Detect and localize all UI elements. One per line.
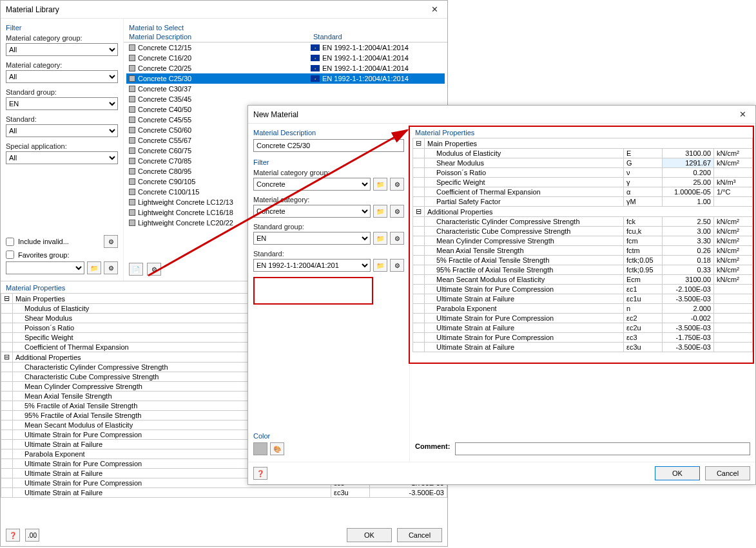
prop-val[interactable]: 2.50 bbox=[663, 217, 714, 227]
prop-name: Characteristic Cube Compressive Strength bbox=[425, 227, 624, 236]
concrete-icon bbox=[129, 199, 135, 205]
eu-flag-icon bbox=[311, 55, 320, 61]
prop-val[interactable]: 0.18 bbox=[663, 256, 714, 265]
close-icon[interactable]: ✕ bbox=[427, 5, 442, 14]
prop-val[interactable]: 0.26 bbox=[663, 246, 714, 256]
prop-val[interactable]: 1.0000E-05 bbox=[663, 187, 714, 197]
nm-color-swatch[interactable] bbox=[253, 442, 267, 455]
new-material-titlebar: New Material ✕ bbox=[248, 106, 755, 124]
material-std: EN 1992-1-1:2004/A1:2014 bbox=[322, 64, 442, 72]
special-select[interactable]: All bbox=[6, 151, 118, 164]
prop-unit: kN/cm² bbox=[714, 217, 753, 227]
prop-val[interactable]: 0.200 bbox=[663, 168, 714, 178]
nm-mc-new-icon[interactable]: 📁 bbox=[373, 205, 387, 218]
nm-sg-edit-icon[interactable]: ⚙ bbox=[390, 232, 404, 245]
new-material-window: New Material ✕ Material Description Filt… bbox=[247, 105, 756, 485]
prop-val[interactable]: 3100.00 bbox=[663, 149, 714, 158]
close-icon[interactable]: ✕ bbox=[735, 109, 750, 119]
nm-props-table[interactable]: ⊟Main Properties Modulus of Elasticity E… bbox=[412, 138, 753, 352]
prop-unit: kN/cm² bbox=[714, 265, 753, 275]
prop-val[interactable]: 3.00 bbox=[663, 227, 714, 236]
nm-mcg-label: Material category group: bbox=[248, 167, 409, 176]
nm-ok-button[interactable]: OK bbox=[655, 466, 700, 480]
material-name: Concrete C12/15 bbox=[138, 44, 311, 52]
prop-sym: fctk;0.05 bbox=[624, 256, 663, 265]
include-invalid-check[interactable] bbox=[6, 238, 14, 246]
mcg-select[interactable]: All bbox=[6, 43, 118, 56]
prop-val[interactable]: 3100.00 bbox=[663, 275, 714, 285]
mts-header: Material to Select bbox=[124, 21, 447, 33]
nm-mc-edit-icon[interactable]: ⚙ bbox=[390, 205, 404, 218]
material-row[interactable]: Concrete C12/15 EN 1992-1-1:2004/A1:2014 bbox=[126, 43, 445, 53]
nm-mc-select[interactable]: Concrete bbox=[253, 205, 371, 218]
material-row[interactable]: Concrete C16/20 EN 1992-1-1:2004/A1:2014 bbox=[126, 53, 445, 63]
prop-val[interactable]: -0.002 bbox=[663, 314, 714, 323]
favorites-settings-icon[interactable]: ⚙ bbox=[104, 261, 118, 274]
prop-name: Ultimate Strain for Pure Compression bbox=[425, 314, 624, 323]
prop-sym: fcm bbox=[624, 236, 663, 246]
prop-val[interactable]: 3.30 bbox=[663, 236, 714, 246]
sg-select[interactable]: EN bbox=[6, 97, 118, 110]
material-name: Concrete C20/25 bbox=[138, 64, 311, 72]
nm-sg-select[interactable]: EN bbox=[253, 232, 371, 245]
prop-val[interactable]: 2.000 bbox=[663, 304, 714, 314]
prop-group[interactable]: Additional Properties bbox=[425, 207, 753, 217]
prop-val[interactable]: 1.00 bbox=[663, 197, 714, 207]
nm-desc-input[interactable] bbox=[253, 139, 404, 152]
prop-val[interactable]: -2.100E-03 bbox=[663, 285, 714, 294]
filter-settings-icon[interactable]: ⚙ bbox=[104, 235, 118, 248]
mc-label: Material category: bbox=[1, 60, 123, 69]
material-row[interactable]: Concrete C25/30 EN 1992-1-1:2004/A1:2014 bbox=[126, 73, 445, 84]
prop-sym: G bbox=[624, 158, 663, 168]
prop-val[interactable]: -3.500E-03 bbox=[370, 488, 447, 498]
prop-val[interactable]: -1.750E-03 bbox=[663, 333, 714, 343]
nm-mcg-select[interactable]: Concrete bbox=[253, 178, 371, 191]
nm-help-icon[interactable]: ❓ bbox=[253, 467, 267, 480]
std-select[interactable]: All bbox=[6, 124, 118, 137]
prop-val[interactable]: -3.500E-03 bbox=[663, 323, 714, 333]
prop-name: Shear Modulus bbox=[425, 158, 624, 168]
nm-cancel-button[interactable]: Cancel bbox=[705, 466, 750, 480]
favorites-select[interactable] bbox=[6, 261, 84, 274]
help-icon[interactable]: ❓ bbox=[6, 529, 20, 542]
prop-sym: εc1 bbox=[624, 285, 663, 294]
prop-name: Mean Cylinder Compressive Strength bbox=[425, 236, 624, 246]
nm-std-edit-icon[interactable]: ⚙ bbox=[390, 259, 404, 272]
prop-name: Coefficient of Thermal Expansion bbox=[425, 187, 624, 197]
prop-val[interactable]: 1291.67 bbox=[663, 158, 714, 168]
prop-val[interactable]: -3.500E-03 bbox=[663, 343, 714, 352]
nm-mcg-edit-icon[interactable]: ⚙ bbox=[390, 178, 404, 191]
mc-select[interactable]: All bbox=[6, 70, 118, 83]
nm-mcg-new-icon[interactable]: 📁 bbox=[373, 178, 387, 191]
material-row[interactable]: Concrete C30/37 bbox=[126, 84, 445, 94]
prop-sym: Ecm bbox=[624, 275, 663, 285]
prop-val[interactable]: -3.500E-03 bbox=[663, 294, 714, 304]
nm-color-pick-icon[interactable]: 🎨 bbox=[270, 442, 284, 455]
new-material-icon[interactable]: 📄 bbox=[129, 263, 143, 276]
prop-sym: n bbox=[624, 304, 663, 314]
favorites-check[interactable] bbox=[6, 250, 14, 259]
nm-comment-input[interactable] bbox=[455, 442, 750, 455]
concrete-icon bbox=[129, 86, 135, 92]
material-row[interactable]: Concrete C20/25 EN 1992-1-1:2004/A1:2014 bbox=[126, 63, 445, 73]
material-row[interactable]: Concrete C35/45 bbox=[126, 94, 445, 104]
prop-group[interactable]: Main Properties bbox=[425, 138, 753, 149]
cancel-button[interactable]: Cancel bbox=[397, 528, 442, 542]
material-settings-icon[interactable]: ⚙ bbox=[147, 263, 161, 276]
ok-button[interactable]: OK bbox=[347, 528, 392, 542]
units-icon[interactable]: .00 bbox=[25, 529, 39, 542]
prop-unit bbox=[714, 285, 753, 294]
prop-unit bbox=[714, 168, 753, 178]
nm-std-select[interactable]: EN 1992-1-1:2004/A1:201 bbox=[253, 259, 371, 272]
prop-unit: kN/cm² bbox=[714, 246, 753, 256]
nm-sg-new-icon[interactable]: 📁 bbox=[373, 232, 387, 245]
prop-unit bbox=[714, 294, 753, 304]
prop-val[interactable]: 25.00 bbox=[663, 178, 714, 187]
prop-sym: E bbox=[624, 149, 663, 158]
nm-sg-label: Standard group: bbox=[248, 222, 409, 231]
nm-std-new-icon[interactable]: 📁 bbox=[373, 259, 387, 272]
prop-name: Parabola Exponent bbox=[425, 304, 624, 314]
nm-mc-label: Material category: bbox=[248, 194, 409, 203]
new-folder-icon[interactable]: 📁 bbox=[87, 261, 101, 274]
prop-val[interactable]: 0.33 bbox=[663, 265, 714, 275]
